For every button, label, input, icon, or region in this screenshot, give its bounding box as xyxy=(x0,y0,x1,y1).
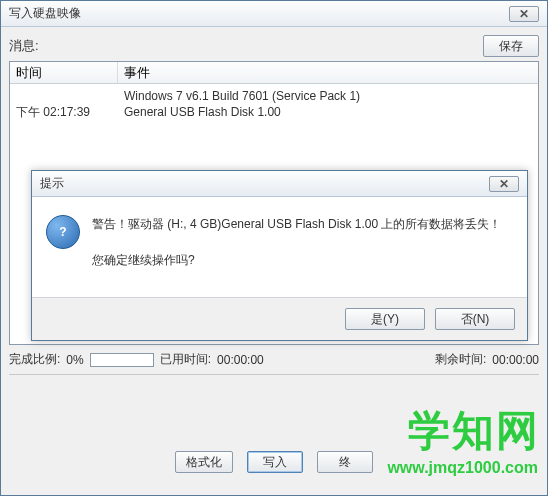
dialog-titlebar: 提示 ✕ xyxy=(32,171,527,197)
main-titlebar: 写入硬盘映像 ✕ xyxy=(1,1,547,27)
col-time[interactable]: 时间 xyxy=(10,62,118,83)
save-button[interactable]: 保存 xyxy=(483,35,539,57)
log-time xyxy=(10,88,118,104)
col-event[interactable]: 事件 xyxy=(118,64,538,82)
watermark-text: 学知网 xyxy=(408,403,540,459)
close-icon: ✕ xyxy=(519,7,529,21)
yes-button[interactable]: 是(Y) xyxy=(345,308,425,330)
dialog-footer: 是(Y) 否(N) xyxy=(32,297,527,340)
progress-bar xyxy=(90,353,154,367)
log-event: Windows 7 v6.1 Build 7601 (Service Pack … xyxy=(118,88,538,104)
message-label: 消息: xyxy=(9,37,483,55)
question-icon: ? xyxy=(46,215,80,249)
confirm-dialog: 提示 ✕ ? 警告！驱动器 (H:, 4 GB)General USB Flas… xyxy=(31,170,528,341)
log-header: 时间 事件 xyxy=(10,62,538,84)
log-time: 下午 02:17:39 xyxy=(10,104,118,120)
watermark-url: www.jmqz1000.com xyxy=(387,459,538,477)
no-button[interactable]: 否(N) xyxy=(435,308,515,330)
done-value: 0% xyxy=(66,353,83,367)
log-body: Windows 7 v6.1 Build 7601 (Service Pack … xyxy=(10,84,538,124)
main-title: 写入硬盘映像 xyxy=(9,5,509,22)
dialog-close-button[interactable]: ✕ xyxy=(489,176,519,192)
log-row: 下午 02:17:39 General USB Flash Disk 1.00 xyxy=(10,104,538,120)
remain-value: 00:00:00 xyxy=(492,353,539,367)
confirm-text: 您确定继续操作吗? xyxy=(92,251,513,269)
progress-row: 完成比例: 0% 已用时间: 00:00:00 剩余时间: 00:00:00 xyxy=(9,351,539,368)
abort-button[interactable]: 终 xyxy=(317,451,373,473)
remain-label: 剩余时间: xyxy=(435,351,486,368)
elapsed-value: 00:00:00 xyxy=(217,353,264,367)
done-label: 完成比例: xyxy=(9,351,60,368)
write-button[interactable]: 写入 xyxy=(247,451,303,473)
warning-text: 警告！驱动器 (H:, 4 GB)General USB Flash Disk … xyxy=(92,215,513,233)
main-close-button[interactable]: ✕ xyxy=(509,6,539,22)
format-button[interactable]: 格式化 xyxy=(175,451,233,473)
log-row: Windows 7 v6.1 Build 7601 (Service Pack … xyxy=(10,88,538,104)
close-icon: ✕ xyxy=(499,177,509,191)
log-event: General USB Flash Disk 1.00 xyxy=(118,104,538,120)
elapsed-label: 已用时间: xyxy=(160,351,211,368)
dialog-title: 提示 xyxy=(40,175,489,192)
